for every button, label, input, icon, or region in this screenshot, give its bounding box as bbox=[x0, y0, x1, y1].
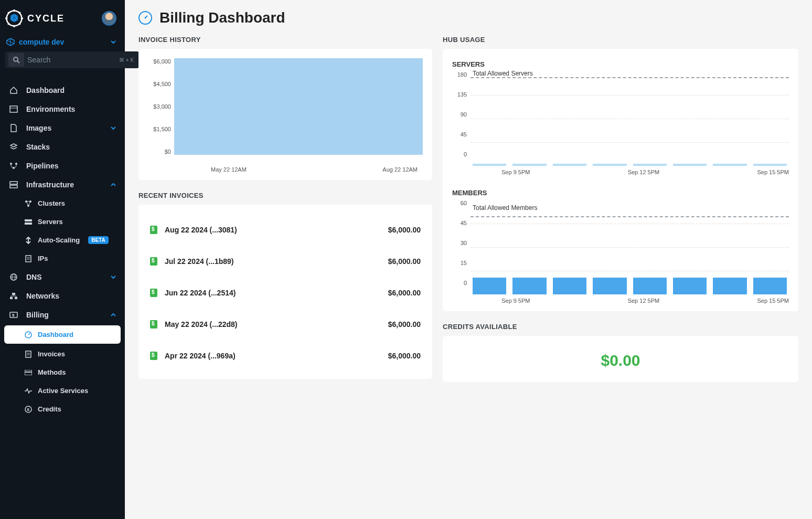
hub-name: compute dev bbox=[19, 38, 64, 46]
svg-line-36 bbox=[26, 202, 28, 206]
invoice-amount: $6,000.00 bbox=[388, 226, 421, 234]
sidebar-item-label: Networks bbox=[26, 292, 59, 300]
invoice-row[interactable]: May 22 2024 (...22d8) $6,000.00 bbox=[148, 309, 423, 340]
home-icon bbox=[9, 86, 18, 94]
members-subtitle: MEMBERS bbox=[452, 189, 789, 197]
svg-line-17 bbox=[17, 61, 19, 63]
invoice-amount: $6,000.00 bbox=[388, 289, 421, 297]
svg-text:$: $ bbox=[12, 313, 15, 317]
invoice-label: May 22 2024 (...22d8) bbox=[165, 320, 238, 329]
hub-usage-card: SERVERS 180 135 90 45 0 bbox=[443, 49, 798, 311]
sidebar: CYCLE compute dev bbox=[0, 0, 125, 519]
sidebar-item-label: Images bbox=[26, 124, 51, 132]
sidebar-item-infrastructure[interactable]: Infrastructure bbox=[0, 175, 125, 194]
recent-invoices-card: Aug 22 2024 (...3081) $6,000.00 Jul 22 2… bbox=[138, 205, 432, 379]
card-icon bbox=[25, 370, 32, 375]
sidebar-item-dashboard[interactable]: Dashboard bbox=[0, 81, 125, 100]
svg-rect-47 bbox=[12, 293, 15, 295]
nav: Dashboard Environments Images Stacks Pip… bbox=[0, 73, 125, 519]
section-credits: CREDITS AVAILIABLE bbox=[443, 323, 798, 331]
invoice-row[interactable]: Jun 22 2024 (...2514) $6,000.00 bbox=[148, 277, 423, 309]
window-icon bbox=[9, 105, 18, 113]
sidebar-item-label: Environments bbox=[26, 105, 75, 113]
svg-line-57 bbox=[28, 333, 30, 335]
sidebar-item-stacks[interactable]: Stacks bbox=[0, 137, 125, 156]
cube-icon bbox=[6, 38, 15, 46]
invoice-icon bbox=[25, 351, 31, 358]
svg-rect-24 bbox=[10, 106, 17, 112]
pulse-icon bbox=[25, 388, 32, 394]
svg-text:$: $ bbox=[27, 407, 30, 412]
search-input[interactable] bbox=[27, 56, 119, 64]
sidebar-item-servers[interactable]: Servers bbox=[0, 213, 125, 231]
svg-point-66 bbox=[145, 17, 146, 19]
svg-rect-31 bbox=[10, 185, 17, 188]
sidebar-item-label: Infrastructure bbox=[26, 181, 74, 189]
svg-marker-26 bbox=[10, 144, 17, 147]
gear-cube-icon bbox=[5, 9, 23, 27]
sidebar-item-label: Dashboard bbox=[26, 86, 65, 94]
sidebar-item-label: DNS bbox=[26, 273, 42, 281]
invoice-label: Jul 22 2024 (...1b89) bbox=[165, 257, 234, 266]
chevron-up-icon bbox=[110, 312, 116, 318]
credits-card: $0.00 bbox=[443, 336, 798, 382]
invoice-history-chart: $6,000 $4,500 $3,000 $1,500 $0 bbox=[148, 58, 423, 163]
chevron-down-icon bbox=[110, 125, 116, 131]
sidebar-item-autoscaling[interactable]: Auto-Scaling BETA bbox=[0, 231, 125, 249]
cluster-icon bbox=[25, 200, 32, 207]
chevron-down-icon bbox=[110, 274, 116, 280]
svg-line-5 bbox=[8, 12, 9, 14]
members-chart: 60 45 30 15 0 Total Allowed Members bbox=[452, 200, 789, 294]
main-content: Billing Dashboard INVOICE HISTORY $6,000… bbox=[125, 0, 812, 519]
page-title: Billing Dashboard bbox=[159, 9, 285, 26]
section-recent-invoices: RECENT INVOICES bbox=[138, 192, 432, 199]
svg-rect-39 bbox=[25, 223, 32, 225]
invoice-row[interactable]: Jul 22 2024 (...1b89) $6,000.00 bbox=[148, 246, 423, 277]
svg-rect-58 bbox=[26, 351, 31, 357]
brand-logo[interactable]: CYCLE bbox=[5, 9, 65, 27]
invoice-file-icon bbox=[150, 257, 157, 266]
sidebar-item-environments[interactable]: Environments bbox=[0, 100, 125, 119]
avatar[interactable] bbox=[102, 11, 116, 26]
sidebar-item-credits[interactable]: $ Credits bbox=[0, 400, 125, 418]
invoice-file-icon bbox=[150, 320, 157, 329]
sidebar-item-ips[interactable]: IPs bbox=[0, 249, 125, 268]
sidebar-item-label: Billing bbox=[26, 311, 49, 319]
sidebar-item-invoices[interactable]: Invoices bbox=[0, 345, 125, 363]
search-box[interactable]: ⌘ + K bbox=[5, 51, 139, 68]
sidebar-item-networks[interactable]: Networks bbox=[0, 287, 125, 305]
svg-rect-30 bbox=[10, 182, 17, 184]
ip-icon bbox=[25, 255, 31, 262]
sidebar-item-methods[interactable]: Methods bbox=[0, 363, 125, 382]
sidebar-item-pipelines[interactable]: Pipelines bbox=[0, 156, 125, 175]
sidebar-item-label: Invoices bbox=[38, 350, 65, 358]
file-icon bbox=[10, 124, 17, 132]
svg-point-28 bbox=[15, 163, 17, 165]
section-invoice-history: INVOICE HISTORY bbox=[138, 36, 432, 44]
svg-line-8 bbox=[8, 23, 9, 25]
sidebar-item-label: Dashboard bbox=[38, 331, 73, 338]
svg-rect-38 bbox=[25, 219, 32, 221]
svg-rect-41 bbox=[26, 256, 31, 262]
hub-selector[interactable]: compute dev bbox=[0, 34, 125, 51]
beta-badge: BETA bbox=[88, 236, 108, 244]
sidebar-item-label: Active Services bbox=[38, 387, 88, 395]
sidebar-item-dns[interactable]: DNS bbox=[0, 268, 125, 287]
svg-line-6 bbox=[19, 23, 20, 25]
sidebar-item-billing[interactable]: $ Billing bbox=[0, 305, 125, 324]
invoice-row[interactable]: Apr 22 2024 (...969a) $6,000.00 bbox=[148, 340, 423, 372]
sidebar-item-images[interactable]: Images bbox=[0, 119, 125, 137]
search-icon bbox=[13, 56, 20, 63]
sidebar-item-active-services[interactable]: Active Services bbox=[0, 382, 125, 400]
credits-value: $0.00 bbox=[452, 345, 789, 375]
coin-icon: $ bbox=[25, 406, 32, 413]
invoice-amount: $6,000.00 bbox=[388, 352, 421, 360]
sidebar-item-billing-dashboard[interactable]: Dashboard bbox=[4, 325, 121, 344]
billing-icon: $ bbox=[9, 312, 18, 318]
section-hub-usage: HUB USAGE bbox=[443, 36, 798, 44]
invoice-row[interactable]: Aug 22 2024 (...3081) $6,000.00 bbox=[148, 214, 423, 246]
network-icon bbox=[9, 292, 18, 300]
sidebar-item-clusters[interactable]: Clusters bbox=[0, 194, 125, 213]
sidebar-item-label: Clusters bbox=[38, 199, 65, 207]
svg-point-16 bbox=[14, 57, 18, 61]
